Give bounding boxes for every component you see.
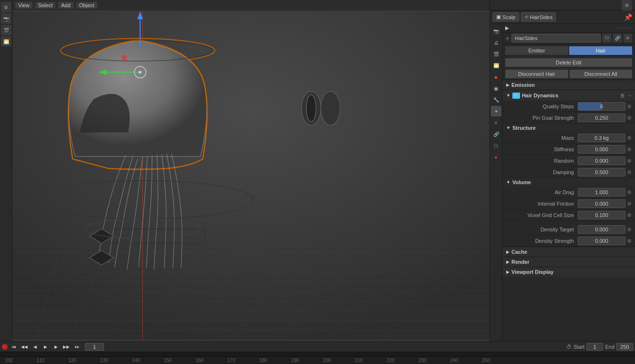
viewport-display-title: Viewport Display bbox=[511, 269, 553, 275]
pin-goal-strength-field[interactable]: 0.250 bbox=[578, 114, 625, 122]
scene-props-icon[interactable]: 🌅 bbox=[491, 60, 501, 71]
delete-edit-btn[interactable]: Delete Edit bbox=[505, 58, 632, 67]
density-target-field[interactable]: 0.000 bbox=[578, 225, 625, 234]
internal-friction-field[interactable]: 0.000 bbox=[578, 199, 625, 208]
viewport-display-arrow: ▶ bbox=[506, 270, 510, 274]
density-target-dot[interactable] bbox=[627, 228, 631, 231]
output-props-icon[interactable]: 🖨 bbox=[491, 37, 501, 48]
stiffness-field[interactable]: 0.000 bbox=[578, 145, 625, 154]
jump-end-btn[interactable]: ⏭ bbox=[73, 343, 81, 351]
pin-goal-strength-dot[interactable] bbox=[627, 116, 631, 120]
particle-object-header: ▣ Scalp ⊹ HairSides 📌 bbox=[490, 10, 635, 24]
modifier-props-icon[interactable]: 🔧 bbox=[491, 94, 501, 105]
quality-steps-field[interactable]: 6 bbox=[578, 102, 625, 111]
jump-start-btn[interactable]: ⏮ bbox=[10, 343, 18, 351]
density-strength-field[interactable]: 0.000 bbox=[578, 237, 625, 245]
particles-play-btn[interactable]: ▶ bbox=[505, 25, 509, 31]
panel-grid-icon[interactable]: ⊞ bbox=[622, 0, 632, 10]
render-section-header[interactable]: ▶ Render bbox=[502, 257, 635, 267]
constraints-props-icon[interactable]: 🔗 bbox=[491, 129, 501, 139]
random-field[interactable]: 0.000 bbox=[578, 156, 625, 165]
frame-140: 140 bbox=[132, 358, 140, 363]
disconnect-all-btn[interactable]: Disconnect All bbox=[570, 70, 633, 78]
timeline-controls: ⏮ ◀◀ ◀ ▶ ▶ ▶▶ ⏭ 1 ⏱ Start 1 End 250 bbox=[0, 341, 635, 352]
air-drag-dot[interactable] bbox=[627, 190, 631, 194]
viewlayer-props-icon[interactable]: 🎬 bbox=[491, 49, 501, 59]
end-frame-field[interactable]: 250 bbox=[616, 343, 633, 351]
mass-dot[interactable] bbox=[627, 136, 631, 140]
hair-dynamics-checkbox[interactable]: ✓ bbox=[512, 92, 520, 99]
world-props-icon[interactable]: ● bbox=[491, 72, 501, 82]
panel-type-dropdown[interactable]: ▣ Scalp bbox=[493, 12, 519, 21]
structure-subsection-header[interactable]: ▼ Structure bbox=[502, 124, 635, 132]
object-menu-btn[interactable]: Object bbox=[76, 2, 97, 9]
pin-button[interactable]: 📌 bbox=[624, 13, 632, 21]
current-frame-field[interactable]: 1 bbox=[85, 343, 104, 351]
add-menu-btn[interactable]: Add bbox=[58, 2, 73, 9]
viewport-scene[interactable] bbox=[12, 10, 489, 341]
object-props-icon[interactable]: ▣ bbox=[491, 83, 501, 94]
view-menu-btn[interactable]: View bbox=[15, 2, 32, 9]
air-drag-row: Air Drag 1.000 bbox=[502, 187, 635, 198]
select-menu-btn[interactable]: Select bbox=[35, 2, 56, 9]
hairsides-name-field[interactable]: HairSides bbox=[511, 34, 601, 42]
physics-props-icon[interactable]: ⚛ bbox=[491, 117, 501, 128]
properties-main-content: ▶ · · · · · · ⊹ HairSides 🛡 🔗 ✕ Emitter … bbox=[502, 24, 635, 341]
disconnect-hair-btn[interactable]: Disconnect Hair bbox=[505, 70, 568, 78]
density-strength-dot[interactable] bbox=[627, 239, 631, 243]
mass-field[interactable]: 0.3 kg bbox=[578, 134, 625, 142]
cache-arrow: ▶ bbox=[506, 250, 510, 254]
material-props-icon[interactable]: ● bbox=[491, 152, 501, 162]
hair-dynamics-list-icon[interactable]: ☰ bbox=[620, 93, 625, 98]
frame-240: 240 bbox=[450, 358, 458, 363]
tab-emitter[interactable]: Emitter bbox=[505, 46, 568, 55]
svg-rect-28 bbox=[122, 55, 126, 60]
internal-friction-dot[interactable] bbox=[627, 202, 631, 206]
density-strength-row: Density Strength 0.000 bbox=[502, 235, 635, 247]
viewport-display-section-header[interactable]: ▶ Viewport Display bbox=[502, 267, 635, 277]
quality-steps-dot[interactable] bbox=[627, 104, 631, 108]
pin-goal-strength-label: Pin Goal Strength bbox=[506, 115, 578, 121]
link-icon-btn[interactable]: 🔗 bbox=[613, 34, 622, 42]
cache-section-header[interactable]: ▶ Cache bbox=[502, 247, 635, 257]
frame-numbers-content: 100 110 120 130 140 150 160 170 180 190 … bbox=[0, 358, 490, 363]
particle-action-buttons: Delete Edit bbox=[502, 57, 635, 68]
render-props-icon[interactable]: 📷 bbox=[491, 26, 501, 36]
prev-keyframe-btn[interactable]: ◀◀ bbox=[20, 343, 29, 351]
next-frame-btn[interactable]: ▶ bbox=[52, 343, 60, 351]
shield-icon-btn[interactable]: 🛡 bbox=[603, 34, 611, 42]
density-strength-label: Density Strength bbox=[506, 238, 578, 244]
next-keyframe-btn[interactable]: ▶▶ bbox=[62, 343, 71, 351]
close-icon-btn[interactable]: ✕ bbox=[624, 34, 632, 42]
damping-dot[interactable] bbox=[627, 170, 631, 174]
toolbar-snap-icon[interactable]: 📷 bbox=[1, 13, 11, 24]
voxel-grid-cell-size-field[interactable]: 0.100 bbox=[578, 211, 625, 219]
hair-dynamics-title: Hair Dynamics bbox=[522, 93, 558, 98]
frame-numbers-bar: 100 110 120 130 140 150 160 170 180 190 … bbox=[0, 356, 635, 364]
air-drag-field[interactable]: 1.000 bbox=[578, 188, 625, 197]
timeline-scrollbar[interactable] bbox=[0, 352, 635, 356]
voxel-grid-cell-size-dot[interactable] bbox=[627, 213, 631, 217]
random-dot[interactable] bbox=[627, 159, 631, 163]
particle-object-dropdown[interactable]: ⊹ HairSides bbox=[521, 12, 556, 21]
damping-field[interactable]: 0.500 bbox=[578, 168, 625, 177]
prev-frame-btn[interactable]: ◀ bbox=[31, 343, 39, 351]
panel-type-icon: ▣ bbox=[496, 14, 501, 20]
particles-dots: · · · · · · bbox=[617, 25, 632, 31]
timeline-range: ⏱ Start 1 End 250 bbox=[566, 343, 633, 351]
emission-section-header[interactable]: ▶ Emission bbox=[502, 80, 635, 90]
start-frame-field[interactable]: 1 bbox=[586, 343, 603, 351]
toolbar-tools-icon[interactable]: ⚙ bbox=[1, 2, 11, 12]
particles-props-icon[interactable]: ✦ bbox=[491, 106, 501, 116]
hair-dynamics-section-header[interactable]: ▼ ✓ Hair Dynamics ☰ ··· bbox=[502, 90, 635, 101]
toolbar-view-icon[interactable]: 🎬 bbox=[1, 25, 11, 35]
tab-hair[interactable]: Hair bbox=[569, 46, 632, 55]
hairsides-row: ⊹ HairSides 🛡 🔗 ✕ bbox=[502, 32, 635, 44]
record-button[interactable] bbox=[2, 344, 8, 350]
toolbar-overlay-icon[interactable]: 🌅 bbox=[1, 36, 11, 47]
volume-subsection-header[interactable]: ▼ Volume bbox=[502, 178, 635, 187]
data-props-icon[interactable]: ⬡ bbox=[491, 140, 501, 151]
viewport-3d[interactable]: View Select Add Object bbox=[12, 0, 489, 341]
stiffness-dot[interactable] bbox=[627, 147, 631, 151]
play-btn[interactable]: ▶ bbox=[41, 343, 50, 351]
